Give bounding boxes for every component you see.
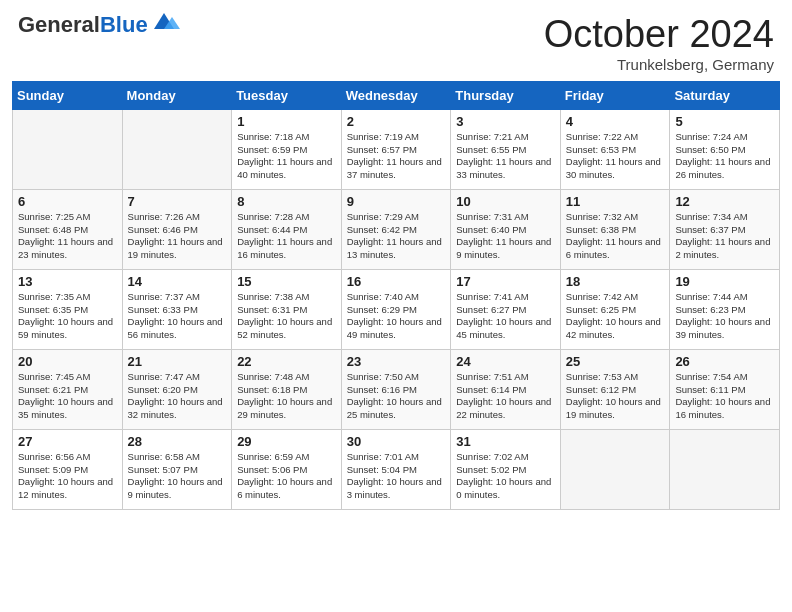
day-info: Sunrise: 7:32 AMSunset: 6:38 PMDaylight:… xyxy=(566,211,665,262)
day-info: Sunrise: 7:45 AMSunset: 6:21 PMDaylight:… xyxy=(18,371,117,422)
calendar-cell: 24Sunrise: 7:51 AMSunset: 6:14 PMDayligh… xyxy=(451,349,561,429)
day-info: Sunrise: 7:29 AMSunset: 6:42 PMDaylight:… xyxy=(347,211,446,262)
calendar-cell: 30Sunrise: 7:01 AMSunset: 5:04 PMDayligh… xyxy=(341,429,451,509)
calendar-cell: 15Sunrise: 7:38 AMSunset: 6:31 PMDayligh… xyxy=(232,269,342,349)
calendar-cell: 21Sunrise: 7:47 AMSunset: 6:20 PMDayligh… xyxy=(122,349,232,429)
calendar-cell: 20Sunrise: 7:45 AMSunset: 6:21 PMDayligh… xyxy=(13,349,123,429)
calendar-cell: 11Sunrise: 7:32 AMSunset: 6:38 PMDayligh… xyxy=(560,189,670,269)
week-row-3: 13Sunrise: 7:35 AMSunset: 6:35 PMDayligh… xyxy=(13,269,780,349)
calendar-cell xyxy=(13,109,123,189)
day-info: Sunrise: 7:41 AMSunset: 6:27 PMDaylight:… xyxy=(456,291,555,342)
day-info: Sunrise: 7:48 AMSunset: 6:18 PMDaylight:… xyxy=(237,371,336,422)
calendar-cell: 1Sunrise: 7:18 AMSunset: 6:59 PMDaylight… xyxy=(232,109,342,189)
day-header-sunday: Sunday xyxy=(13,81,123,109)
calendar-cell: 26Sunrise: 7:54 AMSunset: 6:11 PMDayligh… xyxy=(670,349,780,429)
calendar-cell: 22Sunrise: 7:48 AMSunset: 6:18 PMDayligh… xyxy=(232,349,342,429)
day-header-saturday: Saturday xyxy=(670,81,780,109)
calendar-cell xyxy=(560,429,670,509)
day-info: Sunrise: 7:31 AMSunset: 6:40 PMDaylight:… xyxy=(456,211,555,262)
day-info: Sunrise: 7:35 AMSunset: 6:35 PMDaylight:… xyxy=(18,291,117,342)
calendar-cell xyxy=(122,109,232,189)
day-info: Sunrise: 7:34 AMSunset: 6:37 PMDaylight:… xyxy=(675,211,774,262)
day-number: 5 xyxy=(675,114,774,129)
day-info: Sunrise: 7:50 AMSunset: 6:16 PMDaylight:… xyxy=(347,371,446,422)
day-number: 7 xyxy=(128,194,227,209)
calendar-cell: 9Sunrise: 7:29 AMSunset: 6:42 PMDaylight… xyxy=(341,189,451,269)
day-number: 16 xyxy=(347,274,446,289)
day-number: 14 xyxy=(128,274,227,289)
day-header-monday: Monday xyxy=(122,81,232,109)
day-number: 8 xyxy=(237,194,336,209)
day-number: 1 xyxy=(237,114,336,129)
day-number: 21 xyxy=(128,354,227,369)
day-info: Sunrise: 7:22 AMSunset: 6:53 PMDaylight:… xyxy=(566,131,665,182)
calendar-cell: 28Sunrise: 6:58 AMSunset: 5:07 PMDayligh… xyxy=(122,429,232,509)
day-info: Sunrise: 7:01 AMSunset: 5:04 PMDaylight:… xyxy=(347,451,446,502)
page: GeneralBlue October 2024 Trunkelsberg, G… xyxy=(0,0,792,612)
day-info: Sunrise: 7:42 AMSunset: 6:25 PMDaylight:… xyxy=(566,291,665,342)
day-info: Sunrise: 7:19 AMSunset: 6:57 PMDaylight:… xyxy=(347,131,446,182)
calendar-cell: 18Sunrise: 7:42 AMSunset: 6:25 PMDayligh… xyxy=(560,269,670,349)
header: GeneralBlue October 2024 Trunkelsberg, G… xyxy=(0,0,792,81)
day-info: Sunrise: 6:56 AMSunset: 5:09 PMDaylight:… xyxy=(18,451,117,502)
day-info: Sunrise: 7:26 AMSunset: 6:46 PMDaylight:… xyxy=(128,211,227,262)
calendar: SundayMondayTuesdayWednesdayThursdayFrid… xyxy=(0,81,792,612)
day-number: 6 xyxy=(18,194,117,209)
month-title: October 2024 xyxy=(544,14,774,56)
day-info: Sunrise: 7:02 AMSunset: 5:02 PMDaylight:… xyxy=(456,451,555,502)
week-row-2: 6Sunrise: 7:25 AMSunset: 6:48 PMDaylight… xyxy=(13,189,780,269)
calendar-cell: 5Sunrise: 7:24 AMSunset: 6:50 PMDaylight… xyxy=(670,109,780,189)
day-number: 27 xyxy=(18,434,117,449)
location: Trunkelsberg, Germany xyxy=(544,56,774,73)
day-info: Sunrise: 7:51 AMSunset: 6:14 PMDaylight:… xyxy=(456,371,555,422)
logo-icon xyxy=(150,11,180,33)
calendar-table: SundayMondayTuesdayWednesdayThursdayFrid… xyxy=(12,81,780,510)
calendar-cell: 3Sunrise: 7:21 AMSunset: 6:55 PMDaylight… xyxy=(451,109,561,189)
day-number: 28 xyxy=(128,434,227,449)
day-info: Sunrise: 7:54 AMSunset: 6:11 PMDaylight:… xyxy=(675,371,774,422)
day-number: 17 xyxy=(456,274,555,289)
day-info: Sunrise: 7:37 AMSunset: 6:33 PMDaylight:… xyxy=(128,291,227,342)
week-row-4: 20Sunrise: 7:45 AMSunset: 6:21 PMDayligh… xyxy=(13,349,780,429)
day-number: 18 xyxy=(566,274,665,289)
day-info: Sunrise: 7:40 AMSunset: 6:29 PMDaylight:… xyxy=(347,291,446,342)
calendar-cell: 2Sunrise: 7:19 AMSunset: 6:57 PMDaylight… xyxy=(341,109,451,189)
day-number: 30 xyxy=(347,434,446,449)
calendar-cell: 16Sunrise: 7:40 AMSunset: 6:29 PMDayligh… xyxy=(341,269,451,349)
calendar-cell: 29Sunrise: 6:59 AMSunset: 5:06 PMDayligh… xyxy=(232,429,342,509)
calendar-cell: 7Sunrise: 7:26 AMSunset: 6:46 PMDaylight… xyxy=(122,189,232,269)
day-number: 4 xyxy=(566,114,665,129)
day-header-tuesday: Tuesday xyxy=(232,81,342,109)
day-number: 29 xyxy=(237,434,336,449)
day-number: 31 xyxy=(456,434,555,449)
day-number: 25 xyxy=(566,354,665,369)
calendar-cell: 27Sunrise: 6:56 AMSunset: 5:09 PMDayligh… xyxy=(13,429,123,509)
logo-blue: Blue xyxy=(100,12,148,37)
day-number: 2 xyxy=(347,114,446,129)
week-row-5: 27Sunrise: 6:56 AMSunset: 5:09 PMDayligh… xyxy=(13,429,780,509)
day-info: Sunrise: 7:44 AMSunset: 6:23 PMDaylight:… xyxy=(675,291,774,342)
calendar-cell: 4Sunrise: 7:22 AMSunset: 6:53 PMDaylight… xyxy=(560,109,670,189)
day-number: 20 xyxy=(18,354,117,369)
day-number: 13 xyxy=(18,274,117,289)
day-number: 10 xyxy=(456,194,555,209)
day-info: Sunrise: 7:21 AMSunset: 6:55 PMDaylight:… xyxy=(456,131,555,182)
day-number: 15 xyxy=(237,274,336,289)
week-row-1: 1Sunrise: 7:18 AMSunset: 6:59 PMDaylight… xyxy=(13,109,780,189)
calendar-cell: 19Sunrise: 7:44 AMSunset: 6:23 PMDayligh… xyxy=(670,269,780,349)
calendar-cell: 23Sunrise: 7:50 AMSunset: 6:16 PMDayligh… xyxy=(341,349,451,429)
day-info: Sunrise: 7:53 AMSunset: 6:12 PMDaylight:… xyxy=(566,371,665,422)
day-info: Sunrise: 6:59 AMSunset: 5:06 PMDaylight:… xyxy=(237,451,336,502)
day-number: 19 xyxy=(675,274,774,289)
day-number: 11 xyxy=(566,194,665,209)
calendar-cell: 25Sunrise: 7:53 AMSunset: 6:12 PMDayligh… xyxy=(560,349,670,429)
logo-general: General xyxy=(18,12,100,37)
day-header-row: SundayMondayTuesdayWednesdayThursdayFrid… xyxy=(13,81,780,109)
day-info: Sunrise: 7:18 AMSunset: 6:59 PMDaylight:… xyxy=(237,131,336,182)
day-number: 24 xyxy=(456,354,555,369)
calendar-cell: 31Sunrise: 7:02 AMSunset: 5:02 PMDayligh… xyxy=(451,429,561,509)
day-number: 3 xyxy=(456,114,555,129)
day-info: Sunrise: 7:47 AMSunset: 6:20 PMDaylight:… xyxy=(128,371,227,422)
day-number: 22 xyxy=(237,354,336,369)
calendar-cell: 6Sunrise: 7:25 AMSunset: 6:48 PMDaylight… xyxy=(13,189,123,269)
